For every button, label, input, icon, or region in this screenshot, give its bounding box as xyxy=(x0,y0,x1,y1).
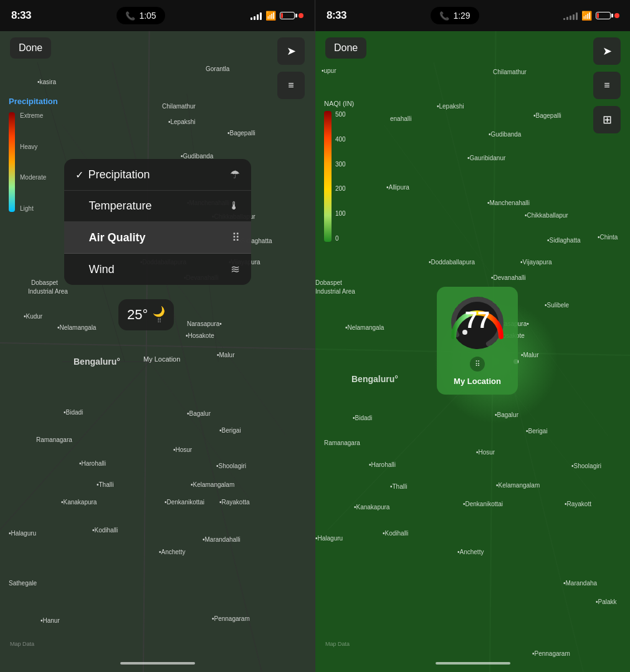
left-dropdown-menu: ✓ Precipitation ☂ Temperature 🌡 Air Qual… xyxy=(64,159,251,285)
aqi-gauge: 77 xyxy=(446,292,508,354)
city-kelamangalam-l: •Kelamangalam xyxy=(191,481,234,488)
city-hosur-l: •Hosur xyxy=(173,446,192,453)
r-city-devanahalli: •Devanahalli xyxy=(491,274,526,281)
right-call-indicator: 📞 1:29 xyxy=(431,7,479,24)
right-battery-body xyxy=(596,12,611,19)
left-menu-button[interactable]: ≡ xyxy=(277,72,305,99)
right-menu-icon: ≡ xyxy=(604,80,609,91)
aqi-popup[interactable]: 77 ⠿ My Location xyxy=(437,287,518,395)
naqi-tick-0: 0 xyxy=(335,235,346,242)
left-phone-icon: 📞 xyxy=(125,11,135,21)
r-city-sulibele: •Sulibele xyxy=(545,302,569,309)
city-lepakshi: •Lepakshi xyxy=(168,118,196,125)
menu-item-air-quality[interactable]: Air Quality ⠿ xyxy=(64,222,251,254)
naqi-bar-container: 500 400 300 200 100 0 xyxy=(324,111,354,242)
city-dobaspet: Dobaspet xyxy=(31,279,58,286)
right-map-data-label: Map Data xyxy=(325,641,350,647)
city-denkanikottai-l: •Denkanikottai xyxy=(165,499,204,506)
right-menu-button[interactable]: ≡ xyxy=(593,72,621,99)
menu-item-wind[interactable]: Wind ≋ xyxy=(64,254,251,285)
right-signal-bar-1 xyxy=(563,18,565,20)
r-city-kodihalli: •Kodihalli xyxy=(383,530,408,537)
menu-item-precipitation[interactable]: ✓ Precipitation ☂ xyxy=(64,159,251,191)
menu-item-temperature[interactable]: Temperature 🌡 xyxy=(64,191,251,222)
temperature-icon: 🌡 xyxy=(229,199,240,213)
right-signal-bar-5 xyxy=(576,12,578,20)
r-city-industrial-area: Industrial Area xyxy=(315,288,355,295)
city-sathegale: Sathegale xyxy=(9,580,37,587)
left-done-button[interactable]: Done xyxy=(10,37,51,59)
r-city-gudibanda: •Gudibanda xyxy=(489,131,521,138)
left-precipitation-label: Precipitation xyxy=(9,97,58,106)
right-layers-button[interactable]: ⊞ xyxy=(593,106,621,133)
legend-heavy: Heavy xyxy=(20,143,46,150)
city-marandahalli-l: •Marandahalli xyxy=(203,536,241,543)
r-city-marandaha: •Marandaha xyxy=(563,580,597,587)
right-done-button[interactable]: Done xyxy=(325,37,366,59)
right-battery-fill xyxy=(597,13,599,18)
r-city-lepakshi: •Lepakshi xyxy=(437,103,464,110)
right-phone-icon: 📞 xyxy=(439,11,449,21)
precipitation-checkmark: ✓ xyxy=(75,169,84,181)
left-signal-bars xyxy=(251,11,262,20)
menu-item-wind-text: Wind xyxy=(89,263,115,276)
left-battery-fill xyxy=(281,13,283,18)
naqi-legend: NAQI (IN) 500 400 300 200 100 0 xyxy=(324,100,354,242)
legend-labels: Extreme Heavy Moderate Light xyxy=(20,112,46,212)
r-city-nelamangala: •Nelamangala xyxy=(345,324,384,331)
city-bagalur-l: •Bagalur xyxy=(187,410,211,417)
right-signal-bar-3 xyxy=(570,16,571,20)
left-menu-icon: ≡ xyxy=(288,80,294,91)
city-bidadi: •Bidadi xyxy=(64,409,83,416)
r-city-chinta: •Chinta xyxy=(598,234,618,241)
naqi-tick-200: 200 xyxy=(335,185,346,192)
left-status-right: 📶 xyxy=(251,11,303,21)
right-signal-bar-2 xyxy=(566,17,568,20)
left-weather-widget[interactable]: 25° 🌙 ⠿ xyxy=(118,299,174,330)
legend-extreme: Extreme xyxy=(20,112,46,119)
r-city-bagepalli: •Bagepalli xyxy=(533,112,561,119)
left-location-arrow-icon: ➤ xyxy=(287,44,296,58)
weather-temperature: 25° xyxy=(127,307,148,323)
legend-light: Light xyxy=(20,205,46,212)
city-harohalli: •Harohalli xyxy=(79,460,106,467)
city-bengaluru: Bengaluru° xyxy=(74,357,120,367)
r-city-kanakapura: •Kanakapura xyxy=(354,504,389,511)
naqi-tick-labels: 500 400 300 200 100 0 xyxy=(335,111,346,242)
right-status-time: 8:33 xyxy=(327,9,346,22)
aqi-location-name: My Location xyxy=(449,374,506,388)
menu-item-precipitation-text: Precipitation xyxy=(88,168,150,181)
naqi-tick-500: 500 xyxy=(335,111,346,118)
right-battery xyxy=(596,12,611,19)
aqi-dot-indicator: ⠿ xyxy=(470,357,485,372)
r-city-hosur: •Hosur xyxy=(476,449,495,456)
city-anchetty-l: •Anchetty xyxy=(159,549,185,555)
right-location-button[interactable]: ➤ xyxy=(593,37,621,65)
r-city-kelamangalam: •Kelamangalam xyxy=(496,482,540,489)
signal-bar-1 xyxy=(251,17,252,20)
city-pennagaram-l: •Pennagaram xyxy=(212,615,250,622)
r-city-bidadi: •Bidadi xyxy=(353,415,372,421)
r-city-palakk: •Palakk xyxy=(596,598,617,605)
precipitation-legend-bar xyxy=(9,112,15,212)
right-location-arrow-icon: ➤ xyxy=(603,44,612,58)
left-home-indicator xyxy=(120,662,195,665)
svg-line-1 xyxy=(0,343,315,349)
aqi-number: 77 xyxy=(465,307,490,334)
right-home-indicator xyxy=(436,662,510,665)
city-berigai-l: •Berigai xyxy=(219,427,241,434)
city-halaguru: •Halaguru xyxy=(9,530,36,537)
r-city-chikkaballapur: •Chikkaballapur xyxy=(525,212,568,219)
left-location-button[interactable]: ➤ xyxy=(277,37,305,65)
left-status-time: 8:33 xyxy=(11,9,31,22)
city-malur: •Malur xyxy=(217,352,235,358)
city-gorantla: Gorantla xyxy=(206,65,229,72)
city-hanur: •Hanur xyxy=(41,617,60,624)
menu-item-temperature-text: Temperature xyxy=(89,199,152,213)
r-city-bengaluru: Bengaluru° xyxy=(351,374,398,384)
left-battery xyxy=(280,12,295,19)
aqi-dot-icon: ⠿ xyxy=(475,360,480,368)
city-industrial-area: Industrial Area xyxy=(28,288,68,295)
left-call-time: 1:05 xyxy=(139,11,156,21)
r-city-denkanikottai: •Denkanikottai xyxy=(463,501,503,507)
